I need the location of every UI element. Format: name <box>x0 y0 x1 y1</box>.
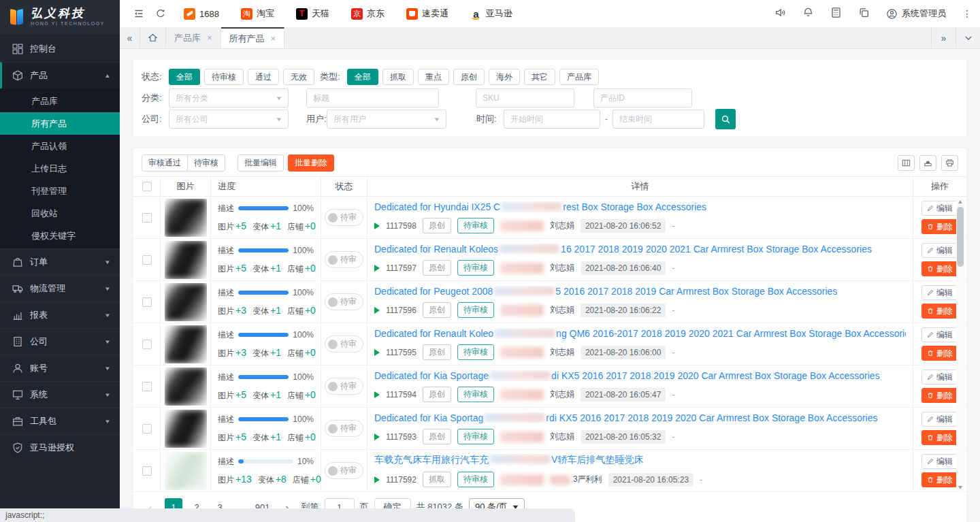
platform-tab-tmall[interactable]: 天猫 <box>296 7 329 20</box>
user-menu[interactable]: 系统管理员 <box>886 7 946 20</box>
edit-button[interactable]: 编辑 <box>921 370 959 385</box>
sidebar-item-infringing-keywords[interactable]: 侵权关键字 <box>0 225 120 247</box>
product-thumbnail[interactable] <box>165 199 207 237</box>
sidebar-item-console[interactable]: 控制台 <box>0 35 120 62</box>
end-time-input[interactable] <box>612 110 704 129</box>
platform-tab-taobao[interactable]: 淘宝 <box>241 7 274 20</box>
sidebar-item-recycle-bin[interactable]: 回收站 <box>0 202 120 225</box>
platform-tab-amazon[interactable]: 亚马逊 <box>470 7 512 20</box>
columns-settings-button[interactable] <box>898 155 915 171</box>
brand-logo[interactable]: 弘义科技 HONG YI TECHNOLOGY <box>0 0 120 34</box>
scrollbar-thumb[interactable] <box>957 207 964 267</box>
platform-tab-aliexpress[interactable]: 速卖通 <box>406 7 448 20</box>
product-thumbnail[interactable] <box>165 241 207 279</box>
play-icon[interactable] <box>374 265 380 272</box>
calculator-button[interactable] <box>830 7 842 20</box>
tabs-scroll-left-button[interactable]: « <box>120 27 140 48</box>
type-filter-option-0[interactable]: 全部 <box>347 69 378 85</box>
platform-tab-1688[interactable]: 1688 <box>184 8 219 20</box>
notifications-button[interactable] <box>802 7 814 20</box>
tab-1[interactable]: 所有产品× <box>221 27 285 48</box>
play-icon[interactable] <box>374 307 380 314</box>
clone-window-button[interactable] <box>858 7 870 20</box>
close-icon[interactable]: × <box>271 33 276 44</box>
type-filter-option-3[interactable]: 原创 <box>453 69 485 85</box>
type-filter-option-1[interactable]: 抓取 <box>382 69 414 85</box>
status-filter-option-1[interactable]: 待审核 <box>204 69 244 85</box>
title-input[interactable] <box>306 88 439 108</box>
play-icon[interactable] <box>374 391 380 398</box>
product-title-link[interactable]: Dedicated for Renault Koleong QM6 2016-2… <box>374 328 906 339</box>
sidebar-item-all-products[interactable]: 所有产品 <box>0 112 120 135</box>
platform-tab-jd[interactable]: 京东 <box>351 7 385 20</box>
export-button[interactable] <box>919 155 936 171</box>
batch-delete-button[interactable]: 批量删除 <box>288 154 334 172</box>
play-icon[interactable] <box>374 476 380 483</box>
sidebar-item-company[interactable]: 公司▼ <box>0 328 120 355</box>
scroll-down-icon[interactable] <box>958 486 962 489</box>
print-button[interactable] <box>941 155 958 171</box>
product-title-link[interactable]: Dedicated for Hyundai IX25 Crest Box Sto… <box>374 201 706 212</box>
row-checkbox[interactable] <box>142 340 152 349</box>
product-thumbnail[interactable] <box>165 325 207 363</box>
tab-0[interactable]: 产品库× <box>166 27 221 48</box>
more-menu-button[interactable]: ⋮ <box>962 8 972 19</box>
row-checkbox[interactable] <box>142 424 152 434</box>
sidebar-collapse-button[interactable] <box>128 0 150 27</box>
sidebar-item-upload-log[interactable]: 上传日志 <box>0 157 120 180</box>
row-checkbox[interactable] <box>142 466 152 476</box>
delete-button[interactable]: 删除 <box>921 219 959 234</box>
product-title-link[interactable]: Dedicated for Kia Sportagedi KX5 2016 20… <box>374 370 880 381</box>
row-checkbox[interactable] <box>142 255 152 265</box>
type-filter-option-2[interactable]: 重点 <box>418 69 449 85</box>
product-id-input[interactable] <box>593 88 692 108</box>
home-tab-button[interactable] <box>140 27 166 48</box>
edit-button[interactable]: 编辑 <box>921 454 959 469</box>
status-filter-option-0[interactable]: 全部 <box>169 69 200 85</box>
product-title-link[interactable]: 车载充气床车用旅行汽车充V轿车后排气垫睡觉床 <box>374 454 643 465</box>
sidebar-item-product[interactable]: 产品▲ <box>0 62 120 88</box>
set-pending-button[interactable]: 待审核 <box>187 154 225 172</box>
sidebar-item-product-claim[interactable]: 产品认领 <box>0 135 120 157</box>
sku-input[interactable] <box>476 88 574 108</box>
company-select[interactable]: 所有公司▼ <box>169 110 289 129</box>
type-filter-option-6[interactable]: 产品库 <box>559 69 599 85</box>
delete-button[interactable]: 删除 <box>921 472 959 487</box>
category-select[interactable]: 所有分类▼ <box>169 88 289 108</box>
product-thumbnail[interactable] <box>165 368 207 406</box>
sidebar-item-product-library[interactable]: 产品库 <box>0 90 120 112</box>
search-button[interactable] <box>715 109 736 129</box>
product-thumbnail[interactable] <box>165 452 207 490</box>
user-select[interactable]: 所有用户▼ <box>327 110 446 129</box>
announcement-button[interactable] <box>774 7 786 20</box>
status-filter-option-2[interactable]: 通过 <box>248 69 279 85</box>
sidebar-item-order[interactable]: 订单▼ <box>0 248 120 275</box>
refresh-button[interactable] <box>150 0 172 27</box>
product-title-link[interactable]: Dedicated for Renault Koleos16 2017 2018… <box>374 244 872 255</box>
edit-button[interactable]: 编辑 <box>921 412 959 427</box>
delete-button[interactable]: 删除 <box>921 304 959 319</box>
row-checkbox[interactable] <box>142 382 152 391</box>
play-icon[interactable] <box>374 349 380 356</box>
tabs-scroll-right-button[interactable]: » <box>931 27 956 48</box>
table-scrollbar[interactable] <box>956 197 964 492</box>
scroll-up-icon[interactable] <box>958 200 962 203</box>
status-filter-option-3[interactable]: 无效 <box>283 69 314 85</box>
delete-button[interactable]: 删除 <box>921 261 959 276</box>
tabs-menu-button[interactable] <box>956 27 980 48</box>
product-title-link[interactable]: Dedicated for Peugeot 20085 2016 2017 20… <box>374 286 837 297</box>
batch-edit-button[interactable]: 批量编辑 <box>238 154 284 172</box>
delete-button[interactable]: 删除 <box>921 430 959 445</box>
start-time-input[interactable] <box>504 110 600 129</box>
edit-button[interactable]: 编辑 <box>921 285 959 300</box>
sidebar-item-report[interactable]: 报表▼ <box>0 301 120 328</box>
sidebar-item-account[interactable]: 账号▼ <box>0 355 120 381</box>
type-filter-option-5[interactable]: 其它 <box>524 69 555 85</box>
sidebar-item-system[interactable]: 系统▼ <box>0 381 120 408</box>
row-checkbox[interactable] <box>142 213 152 223</box>
row-checkbox[interactable] <box>142 297 152 307</box>
sidebar-item-amazon-auth[interactable]: 亚马逊授权 <box>0 434 120 461</box>
approve-button[interactable]: 审核通过 <box>142 154 188 172</box>
edit-button[interactable]: 编辑 <box>921 201 959 216</box>
sidebar-item-logistics[interactable]: 物流管理▼ <box>0 275 120 301</box>
